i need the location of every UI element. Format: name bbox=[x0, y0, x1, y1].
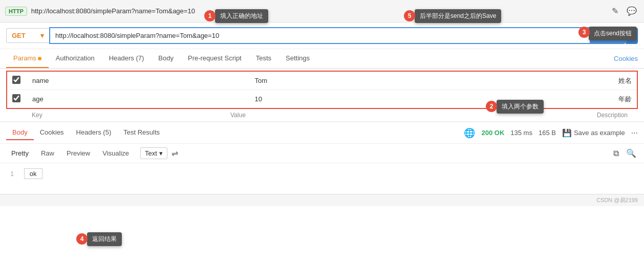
resp-tab-body[interactable]: Body bbox=[6, 125, 34, 140]
tab-authorization[interactable]: Authorization bbox=[49, 49, 102, 68]
http-badge: HTTP bbox=[5, 7, 27, 16]
response-time: 135 ms bbox=[510, 129, 532, 137]
response-value: ok bbox=[24, 168, 42, 179]
response-tabs-row: Body Cookies Headers (5) Test Results 🌐 … bbox=[0, 122, 644, 144]
tooltip-fill-params: 填入两个参数 bbox=[497, 100, 544, 114]
top-bar: HTTP http://localhost:8080/simpleParam?n… bbox=[0, 0, 644, 23]
tooltip-click-send: 点击send按钮 bbox=[589, 27, 637, 40]
step-badge-5: 5 bbox=[404, 10, 415, 21]
edit-button[interactable]: ✎ bbox=[610, 4, 620, 18]
method-selector[interactable]: GET POST PUT DELETE ▾ bbox=[6, 28, 49, 43]
tab-cookies[interactable]: Cookies bbox=[614, 55, 638, 62]
table-row: name Tom 姓名 bbox=[7, 71, 637, 90]
tab-pre-request[interactable]: Pre-request Script bbox=[181, 49, 249, 68]
globe-icon: 🌐 bbox=[464, 127, 475, 139]
url-input[interactable]: http://localhost:8080/simpleParam?name=T… bbox=[50, 28, 590, 43]
tooltip-fill-address: 填入正确的地址 bbox=[215, 9, 268, 23]
params-dot bbox=[38, 57, 41, 60]
tab-params[interactable]: Params bbox=[6, 49, 49, 68]
tooltip-return-result: 返回结果 bbox=[87, 232, 122, 246]
step-badge-3: 3 bbox=[578, 27, 590, 38]
response-body: 1 ok bbox=[0, 163, 644, 194]
step-badge-1: 1 bbox=[204, 10, 216, 21]
tab-settings[interactable]: Settings bbox=[278, 49, 317, 68]
request-tabs-row: Params Authorization Headers (7) Body Pr… bbox=[0, 49, 644, 69]
param-checkbox-name[interactable] bbox=[12, 76, 20, 84]
param-key-age: age bbox=[27, 90, 250, 109]
format-right-actions: ⧉ 🔍 bbox=[612, 147, 638, 160]
fmt-tab-visualize[interactable]: Visualize bbox=[97, 147, 134, 159]
more-options-button[interactable]: ··· bbox=[631, 128, 638, 138]
format-tabs-row: Pretty Raw Preview Visualize Text ▾ ⇌ ⧉ … bbox=[0, 144, 644, 163]
param-value-age: 10 bbox=[250, 90, 439, 109]
wrap-icon[interactable]: ⇌ bbox=[171, 148, 178, 158]
response-section: Body Cookies Headers (5) Test Results 🌐 … bbox=[0, 121, 644, 194]
method-dropdown[interactable]: GET POST PUT DELETE bbox=[12, 32, 38, 39]
param-desc-name: 姓名 bbox=[438, 71, 637, 90]
tab-tests[interactable]: Tests bbox=[249, 49, 278, 68]
top-bar-actions: ✎ 💬 bbox=[610, 4, 639, 18]
fmt-tab-raw[interactable]: Raw bbox=[36, 147, 59, 159]
copy-button[interactable]: ⧉ bbox=[612, 147, 620, 160]
resp-tab-cookies[interactable]: Cookies bbox=[34, 125, 70, 140]
param-value-name: Tom bbox=[250, 71, 439, 90]
step-badge-2: 2 bbox=[486, 101, 497, 112]
text-format-dropdown[interactable]: Text ▾ bbox=[140, 147, 167, 159]
response-size: 165 B bbox=[539, 129, 556, 137]
key-header: Key bbox=[11, 112, 230, 119]
search-button[interactable]: 🔍 bbox=[625, 147, 638, 160]
chevron-down-icon: ▾ bbox=[159, 149, 163, 157]
param-key-name: name bbox=[27, 71, 250, 90]
top-url-display: http://localhost:8080/simpleParam?name=T… bbox=[31, 7, 606, 15]
comment-button[interactable]: 💬 bbox=[625, 4, 639, 18]
url-input-wrapper: http://localhost:8080/simpleParam?name=T… bbox=[49, 27, 590, 44]
save-icon: 💾 bbox=[562, 128, 572, 138]
line-number: 1 bbox=[10, 170, 14, 178]
response-status-bar: 🌐 200 OK 135 ms 165 B 💾 Save as example … bbox=[464, 127, 638, 139]
request-bar: GET POST PUT DELETE ▾ http://localhost:8… bbox=[0, 23, 644, 49]
step-badge-4: 4 bbox=[76, 233, 88, 245]
fmt-tab-preview[interactable]: Preview bbox=[61, 147, 95, 159]
status-ok-badge: 200 OK bbox=[481, 129, 504, 137]
tooltip-send-save: 后半部分是send之后的Save bbox=[415, 9, 501, 23]
save-example-button[interactable]: 💾 Save as example bbox=[562, 128, 625, 138]
tab-body[interactable]: Body bbox=[151, 49, 181, 68]
tab-headers[interactable]: Headers (7) bbox=[102, 49, 152, 68]
resp-tab-test-results[interactable]: Test Results bbox=[117, 125, 166, 140]
chevron-down-icon: ▾ bbox=[40, 32, 44, 39]
fmt-tab-pretty[interactable]: Pretty bbox=[6, 147, 34, 159]
value-header: Value bbox=[230, 112, 429, 119]
footer: CSDN @易2199 bbox=[0, 194, 644, 206]
footer-credit: CSDN @易2199 bbox=[596, 197, 638, 203]
param-checkbox-age[interactable] bbox=[12, 94, 20, 102]
resp-tab-headers[interactable]: Headers (5) bbox=[70, 125, 118, 140]
